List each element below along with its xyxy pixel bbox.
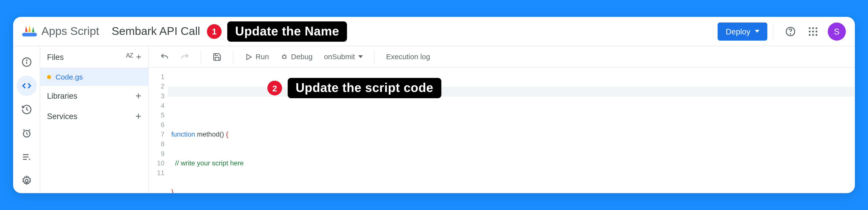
gear-icon (21, 175, 32, 186)
files-label: Files (47, 52, 64, 61)
nav-settings[interactable] (16, 171, 37, 191)
nav-triggers[interactable] (16, 99, 37, 120)
annotation-badge-2: 2 (268, 81, 282, 95)
svg-point-22 (282, 55, 286, 58)
svg-point-6 (812, 30, 814, 32)
app-window: Apps Script Sembark API Call 1 Update th… (13, 17, 855, 193)
svg-line-16 (26, 133, 27, 134)
debug-button[interactable]: Debug (276, 50, 317, 63)
svg-point-10 (816, 34, 817, 35)
deploy-label: Deploy (726, 27, 750, 36)
nav-list[interactable] (16, 147, 37, 167)
run-label: Run (255, 52, 269, 61)
svg-marker-21 (247, 54, 251, 59)
svg-point-1 (790, 33, 790, 34)
nav-executions[interactable] (16, 123, 37, 144)
svg-point-5 (809, 30, 810, 32)
history-icon (21, 104, 32, 115)
help-button[interactable] (779, 20, 802, 42)
execution-log-button[interactable]: Execution log (382, 50, 435, 63)
libraries-section[interactable]: Libraries + (40, 86, 148, 106)
redo-icon (180, 52, 189, 61)
function-select[interactable]: onSubmit (319, 50, 367, 63)
function-selected: onSubmit (324, 52, 355, 61)
brand-text: Apps Script (41, 25, 99, 38)
apps-script-logo[interactable]: Apps Script (22, 24, 99, 39)
topbar: Apps Script Sembark API Call 1 Update th… (13, 17, 855, 46)
sort-button[interactable]: AZ (126, 52, 133, 62)
apps-grid-icon (808, 26, 818, 36)
redo-button[interactable] (176, 50, 194, 63)
save-icon (213, 52, 222, 61)
svg-point-4 (816, 27, 817, 29)
editor-main: Run Debug onSubmit Execution log 1234567… (149, 46, 855, 193)
add-library-button[interactable]: + (135, 90, 142, 102)
exec-log-label: Execution log (386, 52, 430, 61)
play-icon (245, 53, 253, 61)
svg-point-13 (26, 60, 27, 60)
annotation-2: 2 Update the script code (268, 78, 441, 98)
debug-label: Debug (291, 52, 313, 61)
svg-point-8 (809, 34, 810, 35)
line-gutter: 1234567891011 (149, 68, 168, 193)
info-icon (21, 57, 32, 68)
nav-editor[interactable] (16, 76, 37, 96)
files-sidebar: Files AZ + Code.gs Libraries + Services … (40, 46, 149, 193)
nav-overview[interactable] (16, 52, 37, 72)
modified-indicator-icon (47, 75, 51, 79)
services-label: Services (47, 112, 78, 121)
annotation-callout-1: Update the Name (227, 21, 347, 41)
save-button[interactable] (208, 50, 226, 63)
user-avatar[interactable]: S (828, 22, 846, 40)
add-service-button[interactable]: + (135, 110, 142, 122)
list-icon (21, 151, 32, 163)
clock-icon (21, 127, 32, 139)
add-file-button[interactable]: + (136, 52, 141, 62)
services-section[interactable]: Services + (40, 106, 148, 127)
annotation-callout-2: Update the script code (288, 78, 441, 98)
separator (773, 23, 773, 39)
project-name[interactable]: Sembark API Call (112, 25, 200, 38)
bug-icon (280, 53, 288, 61)
code-editor[interactable]: 1234567891011 function method() { // wri… (149, 68, 855, 193)
apps-script-icon (22, 24, 37, 39)
svg-point-20 (25, 179, 28, 182)
annotation-badge-1: 1 (207, 24, 222, 39)
editor-toolbar: Run Debug onSubmit Execution log (149, 46, 855, 68)
svg-point-2 (809, 27, 810, 29)
undo-icon (160, 52, 169, 61)
deploy-button[interactable]: Deploy (718, 22, 767, 40)
body: Files AZ + Code.gs Libraries + Services … (13, 46, 855, 193)
svg-point-3 (812, 27, 814, 29)
nav-rail (13, 46, 40, 193)
svg-point-7 (816, 30, 817, 32)
run-button[interactable]: Run (240, 50, 274, 63)
apps-menu-button[interactable] (802, 20, 824, 42)
libraries-label: Libraries (47, 91, 78, 100)
svg-point-9 (812, 34, 814, 35)
code-icon (21, 80, 32, 91)
files-header: Files AZ + (40, 46, 148, 68)
help-icon (785, 26, 796, 37)
file-item[interactable]: Code.gs (40, 68, 148, 86)
undo-button[interactable] (155, 50, 174, 63)
file-name: Code.gs (56, 72, 83, 81)
